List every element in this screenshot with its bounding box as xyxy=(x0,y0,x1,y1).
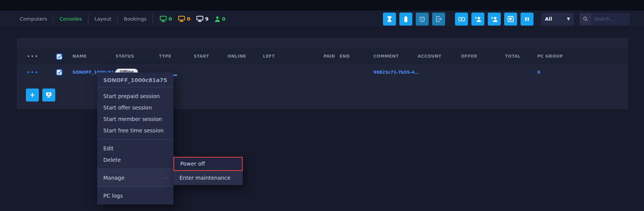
col-total[interactable]: TOTAL xyxy=(503,54,535,59)
submenu-item-enter-maintenance[interactable]: Enter maintenance xyxy=(173,171,243,185)
submenu-caret-icon: › xyxy=(165,172,167,184)
chevron-down-icon: ▼ xyxy=(567,16,570,21)
row-pc-group-link[interactable]: 0 xyxy=(535,70,628,75)
tab-layout[interactable]: Layout xyxy=(88,16,117,22)
tab-separator xyxy=(152,13,153,25)
sign-out-button[interactable] xyxy=(432,13,445,26)
user-star-icon: ★ xyxy=(474,16,482,23)
column-options-icon[interactable]: ••• xyxy=(27,53,39,59)
edit-menu-section: Edit Delete xyxy=(97,140,173,169)
counter-value: 0 xyxy=(222,16,225,22)
counter-monitors-free: 0 xyxy=(160,16,172,22)
counter-monitors-total: 9 xyxy=(196,16,208,22)
user-icon xyxy=(215,16,220,22)
user-plus-icon xyxy=(491,16,498,23)
manage-label: Manage xyxy=(103,172,125,184)
row-comment-link[interactable]: 90823c71-7b55-4... xyxy=(371,70,415,75)
alarm-clock-icon xyxy=(419,16,426,23)
view-tabs: Computers Consoles Layout Bookings xyxy=(20,11,153,27)
status-counters: 0 0 9 0 xyxy=(160,16,225,22)
screen-view-button[interactable] xyxy=(504,13,517,26)
tab-computers[interactable]: Computers xyxy=(20,16,53,22)
menu-item-manage[interactable]: Manage › xyxy=(97,172,173,184)
top-toolbar: Computers Consoles Layout Bookings 0 0 xyxy=(0,11,644,27)
search-icon xyxy=(580,13,591,25)
row-context-menu: SONOFF_1000c81a75 Start prepaid session … xyxy=(97,72,173,205)
hourglass-icon xyxy=(386,16,393,23)
col-status[interactable]: STATUS xyxy=(113,54,157,59)
monitor-icon xyxy=(196,16,203,22)
filter-value: All xyxy=(545,16,552,22)
cash-payment-button[interactable] xyxy=(455,13,468,26)
select-all-checkbox[interactable] xyxy=(56,53,63,60)
search-box xyxy=(580,13,630,25)
pause-button[interactable] xyxy=(521,13,533,26)
col-comment[interactable]: COMMENT xyxy=(371,54,415,59)
row-checkbox[interactable] xyxy=(56,69,63,76)
add-console-button[interactable] xyxy=(26,89,39,101)
battery-button[interactable] xyxy=(399,13,412,26)
table-header-row: ••• NAME STATUS TYPE START ONLINE LEFT P… xyxy=(17,48,628,64)
counter-value: 0 xyxy=(168,16,172,22)
plus-icon xyxy=(29,92,35,98)
session-menu-section: Start prepaid session Start offer sessio… xyxy=(97,87,173,140)
hourglass-button[interactable] xyxy=(383,13,396,26)
svg-text:★: ★ xyxy=(474,16,477,19)
col-paid[interactable]: PAID xyxy=(321,54,337,59)
session-actions-group xyxy=(383,13,445,26)
col-name[interactable]: NAME xyxy=(70,54,113,59)
pause-icon xyxy=(524,16,530,22)
col-start[interactable]: START xyxy=(191,54,225,59)
menu-item-start-member-session[interactable]: Start member session xyxy=(97,113,173,125)
monitor-plus-icon xyxy=(45,92,52,98)
cash-icon xyxy=(458,16,465,23)
account-actions-group: ★ xyxy=(455,13,533,26)
filter-select[interactable]: All ▼ xyxy=(541,13,574,25)
counter-value: 0 xyxy=(187,16,190,22)
col-left[interactable]: LEFT xyxy=(261,54,321,59)
alarm-clock-button[interactable] xyxy=(416,13,429,26)
monitor-icon xyxy=(178,16,185,22)
context-menu-title: SONOFF_1000c81a75 xyxy=(97,72,173,87)
deploy-console-button[interactable] xyxy=(42,89,55,101)
tab-consoles[interactable]: Consoles xyxy=(53,16,88,22)
sign-out-icon xyxy=(435,16,442,23)
menu-item-start-offer-session[interactable]: Start offer session xyxy=(97,102,173,113)
col-pc-group[interactable]: PC GROUP xyxy=(535,54,628,59)
counter-users-online: 0 xyxy=(215,16,225,22)
screen-frame-icon xyxy=(507,16,514,23)
col-online[interactable]: ONLINE xyxy=(225,54,261,59)
search-input[interactable] xyxy=(591,16,630,22)
add-guest-button[interactable] xyxy=(488,13,501,26)
col-type[interactable]: TYPE xyxy=(157,54,191,59)
menu-item-edit[interactable]: Edit xyxy=(97,143,173,154)
toolbar-right: ★ All ▼ xyxy=(383,13,630,26)
manage-menu-section: Manage › xyxy=(97,169,173,187)
row-menu-icon[interactable]: ••• xyxy=(27,69,39,75)
battery-icon xyxy=(402,16,409,23)
col-account[interactable]: ACCOUNT xyxy=(415,54,459,59)
menu-item-start-prepaid-session[interactable]: Start prepaid session xyxy=(97,90,173,102)
app-screen: Computers Consoles Layout Bookings 0 0 xyxy=(0,0,644,211)
submenu-item-power-off[interactable]: Power off xyxy=(173,157,243,171)
col-offer[interactable]: OFFER xyxy=(459,54,503,59)
counter-monitors-warning: 0 xyxy=(178,16,190,22)
window-top-strip xyxy=(0,0,644,11)
menu-item-start-free-time-session[interactable]: Start free time session xyxy=(97,125,173,136)
logs-menu-section: PC logs xyxy=(97,187,173,205)
tab-bookings[interactable]: Bookings xyxy=(118,16,152,22)
add-member-button[interactable]: ★ xyxy=(471,13,484,26)
menu-item-delete[interactable]: Delete xyxy=(97,154,173,166)
panel-action-buttons xyxy=(26,89,55,101)
monitor-icon xyxy=(160,16,167,22)
col-end[interactable]: END xyxy=(337,54,371,59)
menu-item-pc-logs[interactable]: PC logs xyxy=(97,190,173,201)
counter-value: 9 xyxy=(205,16,208,22)
manage-submenu: Power off Enter maintenance xyxy=(173,157,243,185)
